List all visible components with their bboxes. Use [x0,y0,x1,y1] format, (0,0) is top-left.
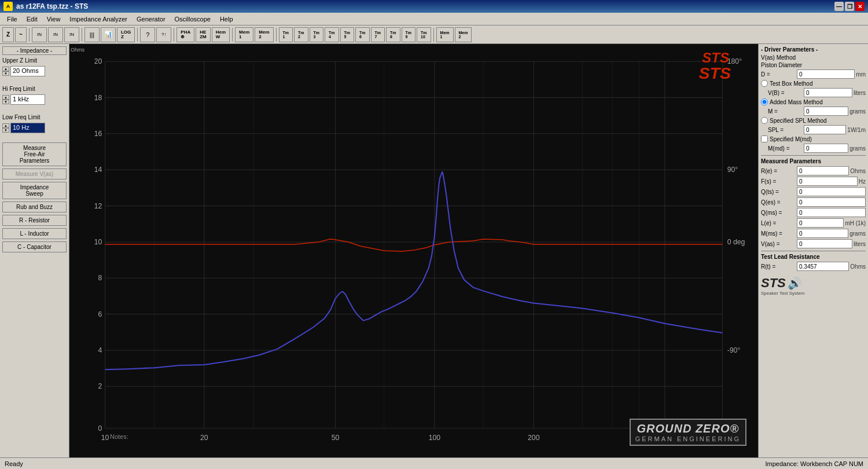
toolbar-z-btn[interactable]: Z [2,27,14,42]
svg-text:200: 200 [528,434,540,442]
menu-view[interactable]: View [42,14,65,24]
measure-free-air-btn[interactable]: MeasureFree-AirParameters [2,142,67,166]
svg-text:STS: STS [698,64,731,83]
specified-mmd-checkbox[interactable] [761,135,768,142]
c-capacitor-btn[interactable]: C - Capacitor [2,241,67,252]
sts-brand: STS 🔊 [761,276,866,291]
m-input[interactable] [804,107,848,116]
added-mass-radio[interactable] [761,98,768,105]
toolbar-log-btn[interactable]: LOGZ [117,27,135,42]
notes-label: Notes: [110,433,128,440]
hi-freq-input[interactable]: 1 kHz [10,94,45,105]
low-freq-input[interactable]: 10 Hz [10,123,45,133]
toolbar-bars-btn[interactable]: ||| [84,27,100,42]
rlt-input[interactable] [797,262,849,271]
spl-input[interactable] [804,125,846,134]
vas-input[interactable] [797,239,852,248]
vb-input[interactable] [804,88,852,97]
hi-freq-down[interactable]: ▼ [2,100,9,104]
toolbar-wave-btn[interactable]: ~ [15,27,27,42]
fs-unit: Hz [859,178,866,185]
toolbar-mem2-btn[interactable]: Mem2 [255,27,273,42]
d-unit: mm [856,71,866,78]
fs-input[interactable] [797,177,858,186]
driver-params-title: - Driver Parameters - [761,46,866,53]
piston-diameter-label: Piston Diameter [761,62,866,68]
toolbar-help2-btn[interactable]: ?↑ [156,27,171,42]
le-input[interactable] [797,218,844,228]
menu-oscilloscope[interactable]: Oscilloscope [170,14,215,24]
specified-spl-radio[interactable] [761,117,768,124]
fs-label: F(s) = [761,178,796,185]
qms-input[interactable] [797,208,866,217]
svg-text:0 deg: 0 deg [727,238,745,246]
toolbar-tm5-btn[interactable]: Tm5 [340,27,355,42]
brand-sub-text: Speaker Test System [761,291,866,296]
close-button[interactable]: ✕ [855,2,865,11]
qts-label: Q(ts) = [761,189,796,195]
menu-help[interactable]: Help [215,14,238,24]
svg-text:20: 20 [200,434,208,442]
toolbar-in3-btn[interactable]: IN [64,27,79,42]
upper-z-down[interactable]: ▼ [2,71,9,76]
titlebar: A as r12FA tsp.tzz - STS — ❐ ✕ [0,0,868,13]
toolbar-mem2b-btn[interactable]: Mem2 [455,27,472,42]
toolbar-tm3-btn[interactable]: Tm3 [310,27,324,42]
test-box-radio[interactable] [761,80,768,87]
toolbar-help-btn[interactable]: ? [140,27,155,42]
upper-z-up[interactable]: ▲ [2,67,9,71]
low-freq-down[interactable]: ▼ [2,128,9,133]
toolbar-tm4-btn[interactable]: Tm4 [325,27,339,42]
impedance-sweep-btn[interactable]: ImpedanceSweep [2,182,67,199]
mms-input[interactable] [797,229,848,238]
measure-vas-btn[interactable]: Measure V(as) [2,168,67,179]
svg-text:0: 0 [98,424,102,433]
qes-input[interactable] [797,197,866,207]
toolbar-tm2-btn[interactable]: Tm2 [294,27,308,42]
re-input[interactable] [797,166,849,175]
l-inductor-btn[interactable]: L - Inductor [2,228,67,239]
r-resistor-btn[interactable]: R - Resistor [2,215,67,226]
vas-unit: liters [854,241,866,247]
toolbar-he-btn[interactable]: HEZM [196,27,211,42]
toolbar-mem1b-btn[interactable]: Mem1 [436,27,454,42]
menu-file[interactable]: File [2,14,22,24]
toolbar-pha-btn[interactable]: PHA⊕ [176,27,194,42]
toolbar-tm7-btn[interactable]: Tm7 [371,27,385,42]
svg-text:2: 2 [98,382,102,390]
toolbar: Z ~ IN IN IN ||| 📊 LOGZ ? ?↑ PHA⊕ HEZM H… [0,25,868,44]
specified-spl-label: Specified SPL Method [770,118,827,124]
svg-text:4: 4 [98,346,102,354]
test-lead-title: Test Lead Resistance [761,254,866,260]
upper-z-input[interactable]: 20 Ohms [10,66,45,76]
d-input[interactable] [797,69,855,79]
toolbar-hem-btn[interactable]: HemW [212,27,230,42]
m-unit: grams [849,108,866,115]
mmd-input[interactable] [804,144,848,153]
window-title: as r12FA tsp.tzz - STS [16,2,88,10]
vas-method-label: V(as) Method [761,54,866,61]
toolbar-tm1-btn[interactable]: Tm1 [279,27,293,42]
maximize-button[interactable]: ❐ [845,2,854,11]
minimize-button[interactable]: — [834,2,844,11]
menu-impedance-analyzer[interactable]: Impedance Analyzer [65,14,132,24]
toolbar-in1-btn[interactable]: IN [32,27,47,42]
low-freq-up[interactable]: ▲ [2,123,9,128]
svg-text:8: 8 [98,274,102,282]
menu-edit[interactable]: Edit [22,14,42,24]
qts-input[interactable] [797,187,866,196]
toolbar-tm8-btn[interactable]: Tm8 [386,27,400,42]
toolbar-mem1-btn[interactable]: Mem1 [235,27,253,42]
toolbar-tm10-btn[interactable]: Tm10 [417,27,431,42]
mms-unit: grams [849,230,866,237]
rlt-unit: Ohms [850,263,866,270]
ohms-label: Ohms [71,47,84,53]
menu-generator[interactable]: Generator [132,14,170,24]
hi-freq-up[interactable]: ▲ [2,95,9,100]
menubar: File Edit View Impedance Analyzer Genera… [0,13,868,25]
toolbar-in2-btn[interactable]: IN [48,27,63,42]
toolbar-tm9-btn[interactable]: Tm9 [402,27,416,42]
toolbar-tm6-btn[interactable]: Tm6 [355,27,370,42]
toolbar-chart-btn[interactable]: 📊 [101,27,116,42]
rub-buzz-btn[interactable]: Rub and Buzz [2,201,67,212]
